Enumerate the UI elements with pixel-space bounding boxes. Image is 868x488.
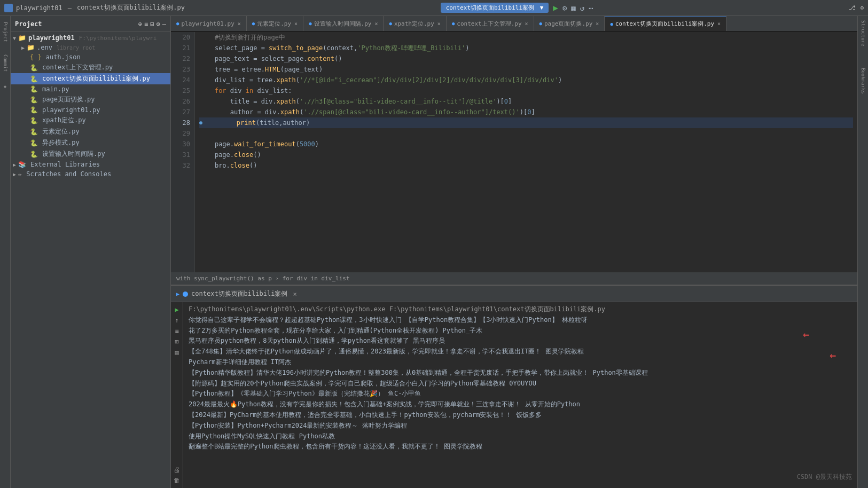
title-left: playwright01 – context切换页面bilibili案例.py [4, 3, 185, 12]
tab-context-bili-label: context切换页面bilibili案例.py [615, 20, 714, 28]
run-tab-close[interactable]: × [293, 290, 296, 298]
code-editor: 20 21 22 23 24 25 26 27 28 29 30 31 32 #… [171, 32, 857, 272]
breadcrumb: with sync_playwright() as p › for div in… [171, 272, 857, 285]
run-tab[interactable]: ▶ context切换页面bilibili案例 × [176, 289, 297, 298]
coverage-button[interactable]: ▦ [571, 4, 575, 12]
tab-context-bili[interactable]: ● context切换页面bilibili案例.py × [605, 16, 726, 31]
tab-pw01-icon: ● [176, 21, 179, 26]
tree-item-element[interactable]: 🐍 元素定位.py [11, 126, 170, 137]
run-button[interactable]: ▶ [553, 3, 558, 13]
run-scroll-button[interactable]: ⊞ [173, 337, 181, 346]
tab-xpath-close[interactable]: × [437, 21, 441, 27]
code-line-30: page.wait_for_timeout(5000) [199, 139, 853, 149]
tab-element-close[interactable]: × [294, 21, 298, 27]
extlib-name: External Libraries [30, 161, 100, 168]
sync-icon[interactable]: ⊕ [138, 20, 142, 28]
context-mgr-name: context上下文管理.py [42, 63, 113, 72]
watermark: CSDN @景天科技苑 [797, 472, 852, 483]
run-rerun-button[interactable]: ≡ [173, 327, 181, 335]
tree-item-ext-libs[interactable]: ▶ 📚 External Libraries [11, 160, 170, 169]
tab-context-mgr[interactable]: ● context上下文管理.py × [447, 16, 534, 31]
page-icon: 🐍 [30, 96, 38, 104]
run-stop-button[interactable]: ↑ [173, 316, 181, 325]
page-name: page页面切换.py [42, 95, 95, 104]
more-button[interactable]: ⋯ [589, 4, 593, 12]
root-folder-name: playwright01 [28, 34, 75, 42]
bookmarks-panel-label[interactable]: Bookmarks [861, 66, 866, 96]
collapse-icon[interactable]: ≡ [144, 20, 148, 28]
tree-item-context-mgr[interactable]: 🐍 context上下文管理.py [11, 62, 170, 73]
run-close-button[interactable]: 🗑 [173, 476, 181, 485]
line-num-26: 26 [175, 96, 190, 107]
tab-pw01-label: playwright01.py [181, 20, 234, 27]
run-pin-button[interactable]: 🖨 [173, 466, 181, 474]
code-lines[interactable]: #切换到新打开的page中 select_page = switch_to_pa… [195, 32, 857, 272]
tab-ctxmgr-icon: ● [452, 21, 455, 26]
line-num-27: 27 [175, 107, 190, 117]
tree-item-xpath[interactable]: 🐍 xpath定位.py [11, 115, 170, 126]
settings-panel-icon[interactable]: ⚙ [157, 20, 160, 28]
run-output-line-10: 【2024最新】PyCharm的基本使用教程，适合完全零基础，小白快速上手！py… [189, 410, 852, 421]
tree-item-page[interactable]: 🐍 page页面切换.py [11, 94, 170, 105]
context-bili-icon: 🐍 [30, 75, 38, 83]
run-output-line-9: 2024最最最火🔥Python教程，没有学完是你的损失！包含入门基础+案例实战，… [189, 399, 852, 410]
run-output-line-4: 【全748集】清华大佬终于把Python做成动画片了，通俗易懂，2023最新版，… [189, 347, 852, 357]
async-icon: 🐍 [30, 139, 38, 147]
tab-page-close[interactable]: × [596, 21, 599, 27]
tree-item-pw01[interactable]: 🐍 playwright01.py [11, 105, 170, 115]
tab-interval[interactable]: ● 设置输入时间间隔.py × [303, 16, 384, 31]
tree-item-async[interactable]: 🐍 异步模式.py [11, 137, 170, 148]
run-output-line-6: 【Python精华版教程】清华大佬196小时讲完的Python教程！整整300集… [189, 368, 852, 379]
run-settings-button[interactable]: ▤ [173, 348, 181, 357]
commit-icon[interactable]: Commit [3, 54, 8, 72]
tab-ctxbili-close[interactable]: × [717, 21, 721, 27]
code-line-32: bro.close() [199, 160, 853, 171]
tab-pw01[interactable]: ● playwright01.py × [171, 16, 247, 31]
debug-button[interactable]: ⚙ [562, 4, 567, 12]
settings-icon[interactable]: ⚙ [860, 4, 864, 11]
tab-pw01-close[interactable]: × [238, 21, 241, 27]
tree-item-interval[interactable]: 🐍 设置输入时间间隔.py [11, 148, 170, 160]
tree-item-env[interactable]: ▶ 📁 .env library root [11, 43, 170, 52]
run-output-line-12: 使用Python操作MySQL快速入门教程 Python私教 [189, 431, 852, 442]
tab-element-icon: ● [252, 21, 255, 26]
code-line-25: for div in div_list: [199, 85, 853, 96]
tab-xpath-icon: ● [389, 21, 392, 26]
structure-panel-label[interactable]: Structure [861, 18, 866, 49]
tree-item-scratches[interactable]: ▶ ✏ Scratches and Consoles [11, 169, 170, 179]
line-num-32: 32 [175, 160, 190, 171]
profile-button[interactable]: ↺ [580, 4, 584, 12]
tab-element[interactable]: ● 元素定位.py × [247, 16, 303, 31]
layout-icon[interactable]: ⊟ [150, 20, 154, 28]
titlebar: playwright01 – context切换页面bilibili案例.py … [0, 0, 868, 16]
vcs-icon[interactable]: ⎇ [849, 4, 856, 11]
line-num-30: 30 [175, 139, 190, 149]
tab-interval-close[interactable]: × [374, 21, 378, 27]
run-panel-header: ▶ context切换页面bilibili案例 × [171, 286, 857, 302]
close-panel-icon[interactable]: — [162, 20, 166, 28]
panel-title: Project [15, 20, 42, 28]
tree-item-auth[interactable]: { } auth.json [11, 52, 170, 62]
tab-ctxbili-icon: ● [610, 21, 613, 27]
tab-page[interactable]: ● page页面切换.py × [534, 16, 605, 31]
element-name: 元素定位.py [42, 127, 80, 136]
line-numbers: 20 21 22 23 24 25 26 27 28 29 30 31 32 [171, 32, 195, 272]
run-output-line-2: 花了2万多买的Python教程全套，现在分享给大家，入门到精通(Python全栈… [189, 326, 852, 336]
red-arrow-1: ← [803, 326, 809, 343]
run-config-indicator[interactable]: context切换页面bilibili案例 ▼ [441, 3, 549, 13]
tree-root[interactable]: ▼ 📁 playwright01 F:\pythonitems\playwri [11, 33, 170, 43]
project-icon[interactable]: Project [3, 22, 8, 42]
root-arrow-icon: ▼ [13, 35, 16, 41]
tree-item-context-bili[interactable]: 🐍 context切换页面bilibili案例.py [11, 73, 170, 84]
run-restart-button[interactable]: ▶ [173, 305, 181, 314]
run-tab-label: context切换页面bilibili案例 [191, 289, 287, 298]
tab-ctxmgr-close[interactable]: × [525, 21, 528, 27]
vcs-icon-left[interactable]: ◈ [3, 84, 8, 89]
line-num-21: 21 [175, 43, 190, 53]
run-toolbar: ▶ ↑ ≡ ⊞ ▤ 🖨 🗑 [171, 302, 183, 488]
tab-xpath[interactable]: ● xpath定位.py × [384, 16, 446, 31]
run-output-line-5: Pycharm新手详细使用教程 IT阿杰 [189, 357, 852, 368]
tree-item-main[interactable]: 🐍 main.py [11, 84, 170, 94]
run-output-line-8: 【Python教程】《零基础入门学习Python》最新版（完结撒花🎉） 鱼C-小… [189, 389, 852, 399]
line-num-24: 24 [175, 75, 190, 85]
